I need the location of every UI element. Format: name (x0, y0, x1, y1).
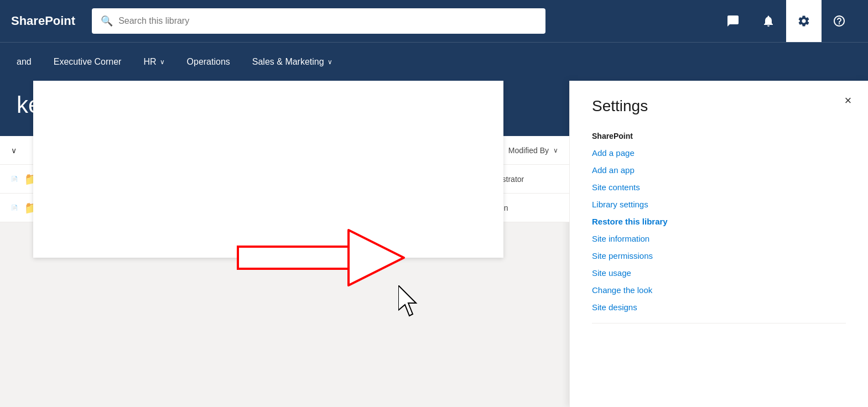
nav-item-hr[interactable]: HR ∨ (132, 43, 175, 81)
top-bar-icons (715, 0, 857, 42)
settings-link-site-permissions[interactable]: Site permissions (592, 251, 846, 260)
svg-marker-2 (398, 285, 416, 316)
settings-link-site-usage[interactable]: Site usage (592, 268, 846, 278)
modified-by-chevron-icon: ∨ (553, 147, 558, 154)
settings-link-change-look[interactable]: Change the look (592, 285, 846, 295)
nav-item-executive-corner[interactable]: Executive Corner (43, 43, 133, 81)
sharepoint-logo: SharePoint (11, 14, 75, 28)
search-input[interactable] (118, 16, 537, 26)
hr-chevron-icon: ∨ (160, 58, 165, 66)
doc-icon-2: 📄 (11, 205, 18, 211)
settings-link-add-app[interactable]: Add an app (592, 165, 846, 175)
nav-bar: and Executive Corner HR ∨ Operations Sal… (0, 42, 868, 81)
doc-icon: 📄 (11, 176, 18, 182)
settings-close-button[interactable]: × (839, 92, 857, 109)
search-box[interactable]: 🔍 (92, 8, 545, 34)
settings-divider (592, 323, 846, 323)
settings-link-site-information[interactable]: Site information (592, 234, 846, 243)
doc-overlay (33, 81, 503, 258)
nav-item-sales-marketing[interactable]: Sales & Marketing ∨ (241, 43, 344, 81)
toolbar-left: ∨ (11, 146, 17, 155)
settings-title: Settings (592, 97, 846, 115)
settings-section-sharepoint: SharePoint (592, 132, 846, 140)
cursor-overlay (398, 285, 426, 321)
settings-link-site-designs[interactable]: Site designs (592, 302, 846, 312)
modified-by-label: Modified By (508, 146, 549, 155)
settings-link-library-settings[interactable]: Library settings (592, 200, 846, 209)
top-bar: SharePoint 🔍 (0, 0, 868, 42)
settings-panel: × Settings SharePoint Add a page Add an … (569, 81, 868, 407)
settings-link-restore-library[interactable]: Restore this library (592, 217, 846, 226)
nav-item-operations[interactable]: Operations (176, 43, 241, 81)
left-content: keting ∨ Modified ∨ Modified By ∨ 📄 📁 Ge… (0, 81, 569, 407)
settings-link-add-page[interactable]: Add a page (592, 148, 846, 158)
chat-button[interactable] (715, 0, 751, 42)
notification-button[interactable] (751, 0, 786, 42)
toolbar-chevron-icon[interactable]: ∨ (11, 146, 17, 155)
sales-chevron-icon: ∨ (328, 58, 332, 66)
main-area: keting ∨ Modified ∨ Modified By ∨ 📄 📁 Ge… (0, 81, 868, 407)
settings-button[interactable] (786, 0, 822, 42)
search-icon: 🔍 (101, 15, 113, 27)
help-button[interactable] (822, 0, 857, 42)
nav-item-and[interactable]: and (6, 43, 43, 81)
settings-link-site-contents[interactable]: Site contents (592, 182, 846, 192)
